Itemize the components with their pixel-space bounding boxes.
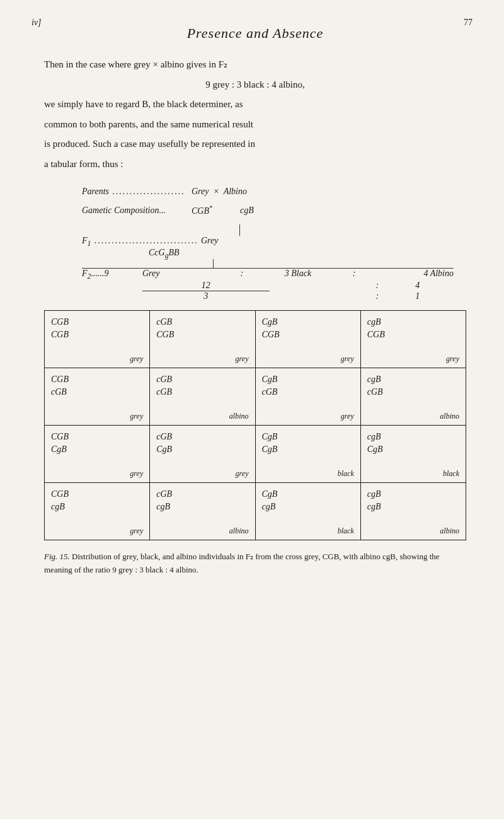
body-text-4: a tabular form, thus : [44, 156, 466, 173]
f1-subvalue: CcGgBB [149, 248, 466, 260]
grid-cell-1-3: cgB cGB albino [361, 368, 466, 425]
vertical-line-2 [213, 259, 466, 268]
parents-value: Grey × Albino [192, 183, 247, 200]
f2-colon1: : [229, 269, 255, 279]
f2-label-row: F2......9 Grey : 3 Black : 4 Albino [82, 269, 466, 281]
parents-label: Parents ..................... [82, 183, 189, 200]
genetics-section: Parents ..................... Grey × Alb… [44, 183, 466, 301]
body-text-3: is produced. Such a case may usefully be… [44, 136, 466, 153]
page-number-right: 77 [464, 18, 472, 28]
f1-row: F1 .............................. Grey [82, 236, 466, 248]
f1-label: F1 .............................. [82, 236, 198, 248]
vertical-line-1 [239, 224, 466, 236]
genetics-grid: CGB CGB grey cGB CGB grey CgB CGB grey c… [44, 310, 466, 540]
f2-label: F2......9 [82, 269, 142, 281]
page-number-left: iv] [32, 18, 42, 28]
intro-line2: 9 grey : 3 black : 4 albino, [44, 77, 466, 93]
fig-number: Fig. 15. [44, 552, 70, 561]
grid-cell-0-0: CGB CGB grey [45, 311, 150, 368]
page-title: Presence and Absence [44, 25, 466, 42]
f1-value: Grey [201, 236, 218, 246]
gametic-label: Gametic Composition... [82, 202, 189, 219]
f2-col3: 4 Albino [367, 269, 466, 279]
ratio-row-1: 12 : 4 [142, 281, 466, 291]
grid-cell-2-1: cGB CgB grey [150, 426, 255, 482]
grid-row-2: CGB CgB grey cGB CgB grey CgB CgB black … [45, 426, 466, 483]
grid-row-1: CGB cGB grey cGB cGB albino CgB cGB grey… [45, 368, 466, 426]
grid-cell-1-1: cGB cGB albino [150, 368, 255, 425]
grid-cell-3-0: CGB cgB grey [45, 483, 150, 540]
figure-caption: Fig. 15. Distribution of grey, black, an… [44, 550, 466, 577]
grid-cell-2-0: CGB CgB grey [45, 426, 150, 482]
ratio-row-2: 3 : 1 [142, 291, 466, 301]
grid-cell-3-3: cgB cgB albino [361, 483, 466, 540]
f2-col1: Grey [142, 269, 229, 279]
grid-row-0: CGB CGB grey cGB CGB grey CgB CGB grey c… [45, 311, 466, 368]
grid-cell-2-2: CgB CgB black [256, 426, 361, 482]
body-text-1: we simply have to regard B, the black de… [44, 96, 466, 113]
gametic-val1: CGB* [192, 202, 212, 219]
grid-cell-3-2: CgB cgB black [256, 483, 361, 540]
f2-colon2: : [341, 269, 367, 279]
caption-text: Distribution of grey, black, and albino … [44, 552, 440, 574]
intro-line1: Then in the case where grey × albino giv… [44, 57, 466, 73]
gametic-val2: cgB [240, 202, 254, 219]
grid-cell-0-1: cGB CGB grey [150, 311, 255, 368]
body-text-2: common to both parents, and the same num… [44, 117, 466, 133]
grid-cell-0-3: cgB CGB grey [361, 311, 466, 368]
grid-cell-0-2: CgB CGB grey [256, 311, 361, 368]
f2-col2: 3 Black [255, 269, 341, 279]
grid-cell-1-2: CgB cGB grey [256, 368, 361, 425]
cell-content: CGB CGB [51, 316, 143, 340]
grid-cell-3-1: cGB cgB albino [150, 483, 255, 540]
grid-cell-2-3: cgB CgB black [361, 426, 466, 482]
grid-row-3: CGB cgB grey cGB cgB albino CgB cgB blac… [45, 483, 466, 540]
parents-row: Parents ..................... Grey × Alb… [82, 183, 466, 219]
grid-cell-1-0: CGB cGB grey [45, 368, 150, 425]
